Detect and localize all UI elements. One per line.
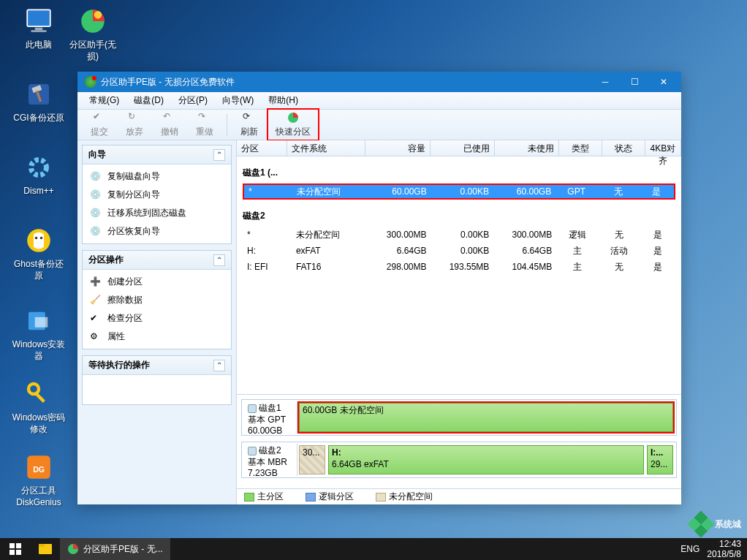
minimize-button[interactable]: ─ bbox=[591, 72, 620, 92]
svg-rect-22 bbox=[16, 550, 21, 555]
wizard-panel: 向导⌃ 💿复制磁盘向导 💿复制分区向导 💿迁移系统到固态磁盘 💿分区恢复向导 bbox=[82, 145, 232, 244]
window-title: 分区助手PE版 - 无损分区免费软件 bbox=[101, 76, 591, 88]
pending-panel-header[interactable]: 等待执行的操作⌃ bbox=[83, 356, 231, 375]
quick-icon bbox=[287, 111, 300, 124]
disk2-visual[interactable]: 磁盘2 基本 MBR 7.23GB 30... H: 6.64GB exFAT … bbox=[241, 442, 677, 478]
desktop-icon-diskgenius[interactable]: DG 分区工具DiskGenius bbox=[12, 452, 66, 508]
clock[interactable]: 12:43 2018/5/8 bbox=[707, 539, 741, 560]
disk-bar[interactable]: H: 6.64GB exFAT bbox=[328, 445, 644, 474]
menu-general[interactable]: 常规(G) bbox=[82, 93, 126, 108]
ghost-icon bbox=[23, 225, 54, 256]
key-icon bbox=[23, 379, 54, 409]
start-button[interactable] bbox=[0, 538, 31, 560]
th-capacity[interactable]: 容量 bbox=[365, 140, 430, 156]
desktop-icon-ghost[interactable]: Ghost备份还原 bbox=[12, 225, 66, 281]
svg-rect-2 bbox=[31, 30, 47, 32]
diamond-icon bbox=[688, 511, 715, 538]
svg-rect-19 bbox=[10, 543, 15, 548]
legend-unalloc: 未分配空间 bbox=[376, 491, 433, 503]
chevron-up-icon[interactable]: ⌃ bbox=[213, 149, 225, 161]
disk-bar[interactable]: 30... bbox=[299, 445, 325, 474]
copy-partition-wizard[interactable]: 💿复制分区向导 bbox=[83, 186, 231, 204]
desktop-icon-password[interactable]: Windows密码修改 bbox=[12, 379, 66, 435]
discard-button[interactable]: ↻放弃 bbox=[117, 110, 152, 140]
menu-wizard[interactable]: 向导(W) bbox=[215, 93, 261, 108]
desktop-icon-partition-assistant[interactable]: 分区助手(无损) bbox=[66, 6, 120, 62]
discard-icon: ↻ bbox=[128, 111, 141, 124]
app-icon bbox=[85, 76, 96, 88]
svg-rect-21 bbox=[10, 550, 15, 555]
wizard-panel-header[interactable]: 向导⌃ bbox=[83, 145, 231, 164]
close-button[interactable]: ✕ bbox=[649, 72, 678, 92]
table-row[interactable]: * 未分配空间 300.00MB 0.00KB 300.00MB 逻辑 无 是 bbox=[243, 227, 675, 243]
menu-disk[interactable]: 磁盘(D) bbox=[126, 93, 171, 108]
partition-assistant-window: 分区助手PE版 - 无损分区免费软件 ─ ☐ ✕ 常规(G) 磁盘(D) 分区(… bbox=[77, 72, 681, 504]
maximize-button[interactable]: ☐ bbox=[620, 72, 649, 92]
chevron-up-icon[interactable]: ⌃ bbox=[213, 254, 225, 266]
check-partition[interactable]: ✔检查分区 bbox=[83, 309, 231, 328]
system-tray[interactable]: ENG 12:43 2018/5/8 bbox=[675, 539, 747, 560]
svg-rect-13 bbox=[35, 317, 48, 328]
th-filesystem[interactable]: 文件系统 bbox=[287, 140, 366, 156]
undo-button[interactable]: ↶撤销 bbox=[152, 110, 187, 140]
table-row[interactable]: H: exFAT 6.64GB 0.00KB 6.64GB 主 活动 是 bbox=[243, 243, 675, 259]
th-status[interactable]: 状态 bbox=[602, 140, 645, 156]
pending-panel: 等待执行的操作⌃ bbox=[82, 355, 232, 405]
copy-disk-wizard[interactable]: 💿复制磁盘向导 bbox=[83, 167, 231, 186]
props-icon: ⚙ bbox=[90, 331, 102, 343]
wipe-data[interactable]: 🧹擦除数据 bbox=[83, 291, 231, 309]
ops-panel-header[interactable]: 分区操作⌃ bbox=[83, 251, 231, 270]
svg-point-4 bbox=[94, 11, 102, 19]
svg-rect-15 bbox=[34, 392, 45, 403]
desktop-icon-win-installer[interactable]: Windows安装器 bbox=[12, 306, 66, 362]
create-icon: ➕ bbox=[90, 276, 102, 288]
menu-partition[interactable]: 分区(P) bbox=[171, 93, 215, 108]
table-row[interactable]: I: EFI FAT16 298.00MB 193.55MB 104.45MB … bbox=[243, 259, 675, 275]
chevron-up-icon[interactable]: ⌃ bbox=[213, 360, 225, 371]
pie-icon bbox=[77, 6, 108, 37]
disk-icon bbox=[248, 404, 257, 413]
th-partition[interactable]: 分区 bbox=[237, 140, 287, 156]
disk-bar[interactable]: I:... 29... bbox=[647, 445, 673, 474]
hammer-icon bbox=[23, 79, 54, 110]
gear-icon bbox=[23, 152, 54, 183]
th-4k[interactable]: 4KB对齐 bbox=[645, 140, 681, 156]
lang-indicator[interactable]: ENG bbox=[680, 544, 699, 554]
redo-button[interactable]: ↷重做 bbox=[187, 110, 222, 140]
legend-primary: 主分区 bbox=[244, 491, 284, 503]
disk1-visual[interactable]: 磁盘1 基本 GPT 60.00GB 60.00GB 未分配空间 bbox=[241, 399, 677, 436]
taskbar-app[interactable]: 分区助手PE版 - 无... bbox=[60, 538, 170, 560]
svg-rect-0 bbox=[27, 10, 50, 26]
quick-partition-button[interactable]: 快速分区 bbox=[267, 108, 319, 141]
check-icon: ✔ bbox=[90, 313, 102, 325]
th-unused[interactable]: 未使用 bbox=[495, 140, 559, 156]
ops-panel: 分区操作⌃ ➕创建分区 🧹擦除数据 ✔检查分区 ⚙属性 bbox=[82, 250, 232, 349]
app-icon bbox=[67, 543, 79, 555]
svg-point-11 bbox=[40, 237, 43, 240]
partition-recovery-wizard[interactable]: 💿分区恢复向导 bbox=[83, 222, 231, 241]
commit-button[interactable]: ✔提交 bbox=[82, 110, 117, 140]
th-used[interactable]: 已使用 bbox=[431, 140, 495, 156]
refresh-button[interactable]: ⟳刷新 bbox=[232, 110, 267, 140]
sidebar: 向导⌃ 💿复制磁盘向导 💿复制分区向导 💿迁移系统到固态磁盘 💿分区恢复向导 分… bbox=[77, 140, 237, 504]
svg-point-10 bbox=[35, 237, 38, 240]
th-type[interactable]: 类型 bbox=[559, 140, 602, 156]
properties[interactable]: ⚙属性 bbox=[83, 328, 231, 346]
toolbar: ✔提交 ↻放弃 ↶撤销 ↷重做 ⟳刷新 快速分区 bbox=[77, 110, 681, 140]
disk-info: 磁盘2 基本 MBR 7.23GB bbox=[243, 444, 297, 476]
refresh-icon: ⟳ bbox=[243, 111, 256, 124]
taskbar-explorer[interactable] bbox=[32, 538, 58, 560]
disk-bar[interactable]: 60.00GB 未分配空间 bbox=[299, 403, 673, 432]
desktop-icon-cgi[interactable]: CGI备份还原 bbox=[12, 79, 66, 124]
migrate-os-wizard[interactable]: 💿迁移系统到固态磁盘 bbox=[83, 204, 231, 222]
table-row[interactable]: * 未分配空间 60.00GB 0.00KB 60.00GB GPT 无 是 bbox=[243, 183, 675, 200]
svg-rect-1 bbox=[35, 28, 43, 31]
titlebar[interactable]: 分区助手PE版 - 无损分区免费软件 ─ ☐ ✕ bbox=[77, 72, 681, 92]
disk2-label[interactable]: 磁盘2 bbox=[243, 210, 675, 222]
disk1-label[interactable]: 磁盘1 (... bbox=[243, 167, 675, 179]
desktop-icon-dism[interactable]: Dism++ bbox=[12, 152, 66, 197]
desktop-icon-this-pc[interactable]: 此电脑 bbox=[12, 6, 66, 51]
recovery-icon: 💿 bbox=[90, 226, 102, 238]
create-partition[interactable]: ➕创建分区 bbox=[83, 273, 231, 291]
menu-help[interactable]: 帮助(H) bbox=[261, 93, 306, 108]
